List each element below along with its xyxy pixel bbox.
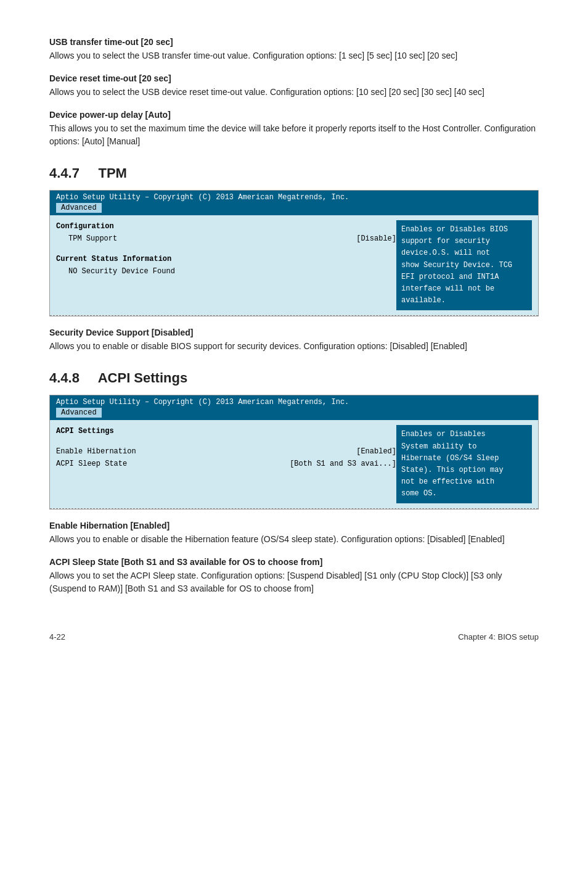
enable-hibernation-heading: Enable Hibernation [Enabled] [49, 521, 539, 530]
tpm-no-security-device: NO Security Device Found [56, 265, 396, 278]
device-powerup-section: Device power-up delay [Auto] This allows… [49, 110, 539, 148]
footer-page-number: 4-22 [49, 632, 65, 642]
acpi-bios-header-text: Aptio Setup Utility – Copyright (C) 2013… [56, 398, 349, 406]
tpm-chapter-label: 4.4.7 [49, 165, 80, 181]
acpi-chapter-label: 4.4.8 [49, 370, 80, 386]
tpm-support-value: [Disable] [332, 233, 396, 245]
tpm-bios-right: Enables or Disables BIOS support for sec… [396, 220, 532, 310]
acpi-hibernation-row: Enable Hibernation [Enabled] [56, 445, 396, 458]
acpi-sleep-state-heading: ACPI Sleep State [Both S1 and S3 availab… [49, 557, 539, 567]
tpm-chapter-title: 4.4.7 TPM [49, 165, 539, 181]
device-powerup-heading: Device power-up delay [Auto] [49, 110, 539, 120]
acpi-hibernation-value: [Enabled] [332, 445, 396, 458]
security-device-body: Allows you to enable or disable BIOS sup… [49, 340, 539, 353]
acpi-sleep-state-value: [Both S1 and S3 avai...] [265, 458, 396, 470]
acpi-hibernation-key: Enable Hibernation [56, 445, 136, 458]
acpi-bios-tab: Advanced [56, 408, 102, 418]
acpi-bios-left: ACPI Settings Enable Hibernation [Enable… [56, 425, 396, 503]
tpm-bios-tab: Advanced [56, 203, 102, 213]
usb-transfer-body: Allows you to select the USB transfer ti… [49, 49, 539, 62]
acpi-bios-separator [50, 508, 538, 509]
usb-transfer-section: USB transfer time-out [20 sec] Allows yo… [49, 37, 539, 62]
acpi-bios-header: Aptio Setup Utility – Copyright (C) 2013… [50, 395, 538, 420]
security-device-heading: Security Device Support [Disabled] [49, 328, 539, 337]
enable-hibernation-section: Enable Hibernation [Enabled] Allows you … [49, 521, 539, 546]
tpm-category-current-status: Current Status Information [56, 253, 396, 265]
acpi-bios-box: Aptio Setup Utility – Copyright (C) 2013… [49, 395, 539, 510]
tpm-bios-content: Configuration TPM Support [Disable] Curr… [50, 215, 538, 315]
acpi-chapter: 4.4.8 ACPI Settings Aptio Setup Utility … [49, 370, 539, 595]
tpm-bios-box: Aptio Setup Utility – Copyright (C) 2013… [49, 190, 539, 316]
enable-hibernation-body: Allows you to enable or disable the Hibe… [49, 533, 539, 546]
device-reset-heading: Device reset time-out [20 sec] [49, 73, 539, 83]
acpi-chapter-title: 4.4.8 ACPI Settings [49, 370, 539, 386]
tpm-category-configuration: Configuration [56, 220, 396, 233]
tpm-support-key: TPM Support [68, 233, 117, 245]
tpm-bios-header-text: Aptio Setup Utility – Copyright (C) 2013… [56, 193, 349, 202]
acpi-bios-right: Enables or Disables System ability to Hi… [396, 425, 532, 503]
device-reset-body: Allows you to select the USB device rese… [49, 86, 539, 99]
acpi-title-text: ACPI Settings [98, 370, 187, 386]
tpm-bios-header: Aptio Setup Utility – Copyright (C) 2013… [50, 191, 538, 215]
acpi-sleep-state-section: ACPI Sleep State [Both S1 and S3 availab… [49, 557, 539, 595]
tpm-chapter: 4.4.7 TPM Aptio Setup Utility – Copyrigh… [49, 165, 539, 353]
tpm-title-text: TPM [99, 165, 127, 181]
footer-chapter-label: Chapter 4: BIOS setup [458, 632, 539, 642]
tpm-support-row: TPM Support [Disable] [56, 233, 396, 245]
device-powerup-body: This allows you to set the maximum time … [49, 122, 539, 148]
acpi-category: ACPI Settings [56, 425, 396, 437]
acpi-sleep-state-key: ACPI Sleep State [56, 458, 127, 470]
acpi-sleep-state-row: ACPI Sleep State [Both S1 and S3 avai...… [56, 458, 396, 470]
usb-transfer-heading: USB transfer time-out [20 sec] [49, 37, 539, 47]
tpm-bios-left: Configuration TPM Support [Disable] Curr… [56, 220, 396, 310]
page-footer: 4-22 Chapter 4: BIOS setup [49, 632, 539, 642]
acpi-sleep-state-body: Allows you to set the ACPI Sleep state. … [49, 569, 539, 595]
acpi-bios-content: ACPI Settings Enable Hibernation [Enable… [50, 420, 538, 508]
device-reset-section: Device reset time-out [20 sec] Allows yo… [49, 73, 539, 99]
tpm-bios-separator [50, 315, 538, 316]
security-device-section: Security Device Support [Disabled] Allow… [49, 328, 539, 353]
